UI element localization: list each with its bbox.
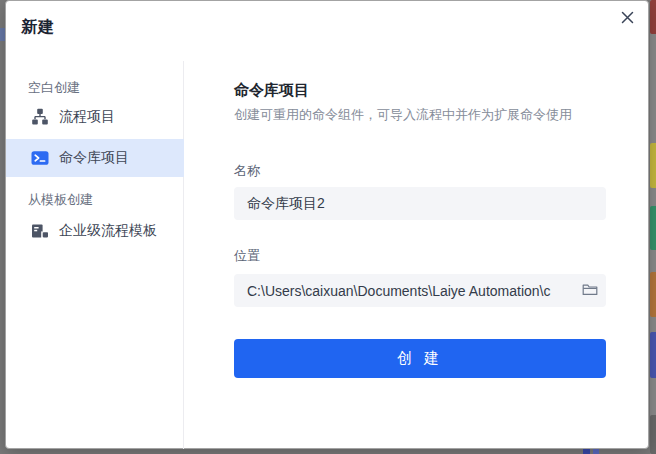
browse-folder-button[interactable] <box>582 274 606 307</box>
location-field-label: 位置 <box>234 247 260 265</box>
sidebar-item-label: 命令库项目 <box>59 149 129 167</box>
section-label-blank-create: 空白创建 <box>28 79 80 97</box>
folder-icon <box>582 282 598 300</box>
name-field-label: 名称 <box>234 162 260 180</box>
name-input[interactable] <box>234 196 606 212</box>
dialog-sidebar: 空白创建 流程项目 命令库项目 从模板创 <box>6 61 184 449</box>
close-button[interactable] <box>617 9 637 29</box>
sidebar-item-flow-project[interactable]: 流程项目 <box>6 101 184 133</box>
sidebar-item-label: 流程项目 <box>59 108 115 126</box>
section-label-template-create: 从模板创建 <box>28 191 93 209</box>
close-icon <box>620 10 635 29</box>
background-yellow-icon-sliver <box>650 143 656 188</box>
background-blue-icon-sliver <box>650 332 656 378</box>
background-orange-icon-sliver <box>650 272 656 317</box>
project-type-description: 创建可重用的命令组件，可导入流程中并作为扩展命令使用 <box>234 106 572 124</box>
background-app-edge <box>650 0 656 454</box>
sidebar-item-label: 企业级流程模板 <box>59 222 157 240</box>
sidebar-item-command-library[interactable]: 命令库项目 <box>6 139 184 177</box>
location-input-box <box>234 274 606 307</box>
background-dark-sliver <box>650 415 656 454</box>
background-red-icon-sliver <box>650 0 656 34</box>
new-project-dialog: 新建 空白创建 流程项目 <box>5 0 649 449</box>
dialog-content: 命令库项目 创建可重用的命令组件，可导入流程中并作为扩展命令使用 名称 位置 创… <box>234 1 606 450</box>
create-button[interactable]: 创 建 <box>234 339 606 378</box>
project-type-heading: 命令库项目 <box>234 81 309 100</box>
location-input[interactable] <box>234 283 582 299</box>
sidebar-item-enterprise-template[interactable]: 企业级流程模板 <box>6 214 184 248</box>
dialog-title: 新建 <box>21 17 55 38</box>
name-input-box <box>234 187 606 220</box>
background-green-icon-sliver <box>650 206 656 250</box>
flow-project-icon <box>31 108 49 126</box>
enterprise-template-icon <box>31 222 49 240</box>
command-library-icon <box>31 149 49 167</box>
